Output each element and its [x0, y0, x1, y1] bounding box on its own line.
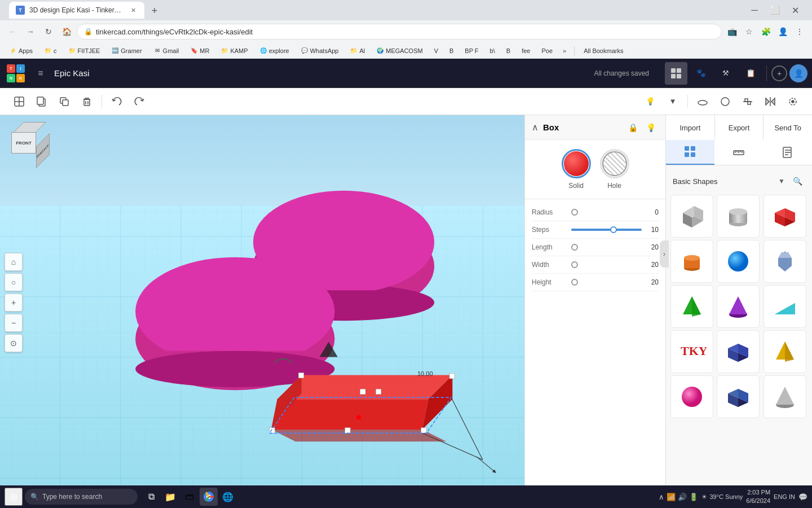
bookmark-bpf[interactable]: BP F [460, 46, 483, 55]
taskbar-file-explorer[interactable]: 📁 [161, 488, 179, 506]
width-input[interactable] [571, 261, 578, 268]
bookmark-kamp[interactable]: 📁 KAMP [216, 46, 252, 56]
taskbar-search[interactable]: 🔍 Type here to search [25, 489, 138, 505]
bookmark-poe[interactable]: Poe [537, 46, 557, 55]
category-dropdown-icon[interactable]: ▼ [778, 177, 785, 185]
shape-item-diagonal-box[interactable] [670, 195, 713, 238]
taskbar-up-arrow[interactable]: ∧ [659, 493, 664, 501]
bookmark-b2[interactable]: b\ [486, 46, 500, 55]
home-view-button[interactable]: ⌂ [5, 253, 23, 271]
taskbar-chrome[interactable] [200, 488, 218, 506]
shape-item-purple-cone[interactable] [717, 285, 760, 328]
grid-tab[interactable] [666, 140, 714, 165]
shape-item-blue-sphere[interactable] [717, 240, 760, 283]
bookmark-folder-c[interactable]: 📁 c [39, 46, 61, 56]
shape-item-orange-cylinder[interactable] [670, 240, 713, 283]
bookmark-ai[interactable]: 📁 Al [345, 46, 369, 56]
shape-item-red-cube[interactable] [764, 195, 806, 238]
shape-item-dark-box[interactable] [717, 330, 760, 373]
reload-button[interactable]: ↻ [41, 24, 56, 40]
all-bookmarks-link[interactable]: All Bookmarks [579, 46, 628, 55]
snap-button[interactable] [783, 91, 803, 112]
bookmark-apps[interactable]: ⚡ Apps [5, 46, 37, 56]
bookmark-gramer[interactable]: 🔤 Gramer [107, 46, 146, 56]
bookmark-b3[interactable]: B [502, 46, 515, 55]
shape-item-cyan-wedge[interactable] [764, 285, 806, 328]
bookmark-megacosm[interactable]: 🌍 MEGACOSM [372, 46, 427, 56]
align-button[interactable] [738, 91, 758, 112]
new-tab-button[interactable]: + [147, 3, 162, 19]
shape-item-blue-crystal[interactable] [764, 240, 806, 283]
tab-close-button[interactable]: ✕ [129, 6, 138, 15]
light-toggle-button[interactable]: 💡 [640, 91, 660, 112]
mirror-button[interactable] [760, 91, 780, 112]
ruler-tab[interactable] [714, 140, 763, 165]
window-maximize-button[interactable]: ⬜ [767, 2, 783, 18]
active-tab[interactable]: T 3D design Epic Kasi - Tinkercad ✕ [9, 2, 144, 19]
panel-collapse-arrow[interactable]: › [660, 240, 669, 268]
hole-option[interactable]: Hole [600, 149, 629, 190]
grid-view-button[interactable] [665, 62, 687, 85]
send-to-button[interactable]: Send To [764, 115, 812, 140]
steps-slider-thumb[interactable] [610, 226, 617, 233]
shape-item-cylinder-metal[interactable] [717, 195, 760, 238]
window-minimize-button[interactable]: ─ [747, 2, 762, 18]
taskbar-app-unknown[interactable]: 🗃 [180, 488, 198, 506]
add-user-button[interactable]: + [771, 65, 787, 81]
bookmark-whatsapp[interactable]: 💬 WhatsApp [296, 46, 343, 56]
notification-icon[interactable]: 💬 [798, 493, 807, 501]
cast-button[interactable]: 📺 [724, 24, 740, 40]
zoom-out-button[interactable]: − [5, 314, 23, 332]
height-input[interactable] [571, 279, 578, 286]
task-view-button[interactable]: ⧉ [142, 488, 160, 506]
panel-collapse-button[interactable]: ∧ [532, 122, 539, 133]
shape-item-navy-box[interactable] [717, 375, 760, 418]
import-button[interactable]: Import [666, 115, 714, 140]
library-search-button[interactable]: 🔍 [789, 173, 805, 189]
home-button[interactable]: 🏠 [59, 24, 74, 40]
battery-icon[interactable]: 🔋 [689, 493, 698, 501]
start-button[interactable]: ⊞ [5, 488, 23, 506]
canvas-area[interactable]: 10.00 FRONT RIGHT ⌂ [0, 115, 524, 490]
zoom-in-button[interactable]: + [5, 294, 23, 312]
forward-button[interactable]: → [23, 24, 38, 40]
hamburger-menu-button[interactable]: ≡ [32, 64, 50, 82]
copy-button[interactable] [32, 91, 52, 112]
radius-input[interactable] [571, 209, 578, 216]
bookmark-v[interactable]: V [430, 46, 443, 55]
delete-button[interactable] [77, 91, 97, 112]
solid-option[interactable]: Solid [562, 149, 591, 190]
taskbar-app-3[interactable]: 🌐 [219, 488, 237, 506]
paw-icon-button[interactable]: 🐾 [690, 62, 712, 85]
layers-button[interactable]: 📋 [739, 62, 762, 85]
orbit-button[interactable]: ○ [5, 273, 23, 291]
lock-button[interactable]: 🔒 [625, 120, 641, 135]
bookmark-gmail[interactable]: ✉ Gmail [149, 46, 184, 56]
new-shape-button[interactable] [9, 91, 29, 112]
network-icon[interactable]: 📶 [667, 493, 676, 501]
bookmark-fiitjee[interactable]: 📁 FIITJEE [64, 46, 105, 56]
profile-button[interactable]: 👤 [775, 24, 791, 40]
panel-light-button[interactable]: 💡 [643, 120, 659, 135]
bookmark-mr[interactable]: 🔖 MR [186, 46, 214, 56]
notes-tab[interactable] [764, 140, 812, 165]
undo-button[interactable] [107, 91, 127, 112]
address-bar[interactable]: 🔒 tinkercad.com/things/eCvRtk2lcDk-epic-… [77, 24, 722, 40]
volume-icon[interactable]: 🔊 [678, 493, 687, 501]
bookmark-button[interactable]: ☆ [741, 24, 757, 40]
nav-cube[interactable]: FRONT RIGHT [7, 122, 52, 164]
tools-button[interactable]: ⚒ [714, 62, 737, 85]
more-options-button[interactable]: ⋮ [792, 24, 807, 40]
bookmark-explore[interactable]: 🌐 explore [255, 46, 294, 56]
bookmark-fee[interactable]: fee [517, 46, 535, 55]
shape-item-yellow-pyramid[interactable] [764, 330, 806, 373]
workplane-button[interactable] [692, 91, 713, 112]
redo-button[interactable] [129, 91, 149, 112]
shape-item-gray-cone[interactable] [764, 375, 806, 418]
shape-item-green-pyramid[interactable] [670, 285, 713, 328]
shape-item-pink-sphere[interactable] [670, 375, 713, 418]
light-dropdown-button[interactable]: ▼ [663, 91, 683, 112]
bookmark-b1[interactable]: B [445, 46, 458, 55]
export-button[interactable]: Export [715, 115, 764, 140]
fit-view-button[interactable]: ⊙ [5, 334, 23, 352]
